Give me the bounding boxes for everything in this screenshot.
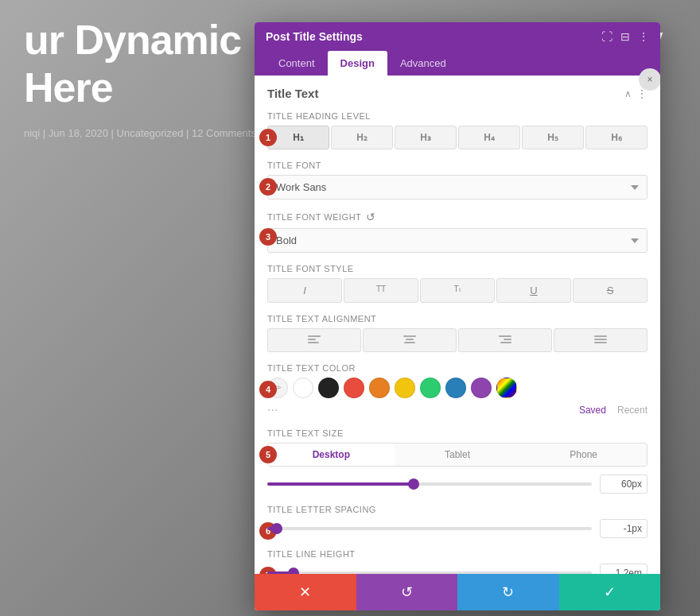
- font-weight-reset[interactable]: ↺: [366, 211, 376, 223]
- letter-spacing-slider-row: [267, 519, 648, 538]
- device-tabs: Desktop Tablet Phone: [267, 443, 648, 467]
- letter-spacing-input[interactable]: [600, 519, 648, 538]
- heading-h4[interactable]: H₄: [458, 126, 520, 149]
- heading-level-label: Title Heading Level: [267, 111, 648, 121]
- letter-spacing-row: 6 Title Letter Spacing: [267, 505, 648, 538]
- badge-2: 2: [259, 178, 277, 196]
- letter-spacing-track[interactable]: [267, 527, 592, 530]
- panel-close-button[interactable]: ×: [639, 68, 660, 91]
- align-center[interactable]: [363, 328, 457, 352]
- svg-rect-3: [403, 335, 416, 337]
- style-italic[interactable]: I: [267, 278, 342, 303]
- save-button[interactable]: ✓: [559, 574, 661, 610]
- badge-3: 3: [259, 228, 277, 246]
- badge-4: 4: [259, 381, 277, 398]
- color-yellow[interactable]: [395, 378, 415, 398]
- section-header: Title Text ∧ ⋮: [267, 87, 648, 100]
- device-desktop[interactable]: Desktop: [268, 444, 395, 466]
- panel-footer: ✕ ↺ ↻ ✓: [255, 574, 660, 610]
- panel-tabs: Content Design Advanced: [255, 51, 660, 76]
- text-color-row: 4 Title Text Color ✏ ··· Saved Recent: [267, 363, 648, 417]
- align-justify[interactable]: [554, 328, 648, 352]
- cancel-button[interactable]: ✕: [255, 574, 356, 610]
- section-title: Title Text: [267, 87, 318, 100]
- settings-panel: Post Title Settings ⛶ ⊟ ⋮ Content Design…: [255, 22, 660, 610]
- fullscreen-icon[interactable]: ⛶: [601, 30, 612, 43]
- color-green[interactable]: [420, 378, 441, 398]
- style-strikethrough[interactable]: S: [573, 278, 648, 303]
- heading-h6[interactable]: H₆: [585, 126, 648, 149]
- line-height-input[interactable]: [600, 564, 648, 574]
- text-color-label: Title Text Color: [267, 363, 648, 373]
- svg-rect-2: [308, 342, 319, 343]
- line-height-thumb[interactable]: [288, 568, 299, 574]
- text-size-input[interactable]: [600, 475, 648, 494]
- svg-rect-10: [594, 339, 607, 340]
- font-weight-label: Title Font Weight ↺: [267, 211, 648, 223]
- heading-h3[interactable]: H₃: [395, 126, 457, 149]
- heading-level-row: 1 Title Heading Level H₁ H₂ H₃ H₄ H₅ H₆: [267, 111, 648, 149]
- font-row: 2 Title Font Work Sans: [267, 161, 648, 200]
- text-size-track[interactable]: [267, 482, 592, 486]
- style-capitalize[interactable]: Tₜ: [420, 278, 495, 303]
- alignment-group: [267, 328, 648, 352]
- color-purple[interactable]: [471, 378, 492, 398]
- columns-icon[interactable]: ⊟: [620, 30, 630, 43]
- tab-advanced[interactable]: Advanced: [387, 51, 459, 76]
- heading-h2[interactable]: H₂: [331, 126, 393, 149]
- color-rainbow[interactable]: [496, 378, 517, 398]
- svg-rect-7: [504, 339, 511, 340]
- style-underline[interactable]: U: [496, 278, 571, 303]
- color-white[interactable]: [293, 378, 313, 398]
- heading-h5[interactable]: H₅: [522, 126, 584, 149]
- text-size-slider-row: [267, 475, 648, 494]
- color-more-dots[interactable]: ···: [267, 403, 278, 417]
- svg-rect-11: [594, 342, 607, 343]
- tab-content[interactable]: Content: [266, 51, 328, 76]
- color-tab-recent[interactable]: Recent: [617, 405, 648, 416]
- device-tablet[interactable]: Tablet: [395, 444, 521, 466]
- undo-button[interactable]: ↺: [356, 574, 458, 610]
- text-size-thumb[interactable]: [408, 478, 419, 490]
- more-options-icon[interactable]: ⋮: [638, 30, 649, 43]
- color-tab-saved[interactable]: Saved: [579, 405, 606, 416]
- section-collapse-icon[interactable]: ∧: [624, 88, 632, 99]
- svg-rect-9: [594, 335, 607, 337]
- heading-level-group: H₁ H₂ H₃ H₄ H₅ H₆: [267, 126, 648, 149]
- tab-design[interactable]: Design: [328, 51, 387, 76]
- letter-spacing-thumb[interactable]: [271, 523, 282, 534]
- text-alignment-row: Title Text Alignment: [267, 314, 648, 352]
- panel-header: Post Title Settings ⛶ ⊟ ⋮: [255, 22, 660, 51]
- panel-body: Title Text ∧ ⋮ 1 Title Heading Level H₁ …: [255, 76, 660, 574]
- font-weight-row: 3 Title Font Weight ↺ Bold: [267, 211, 648, 253]
- font-weight-select[interactable]: Bold: [267, 228, 648, 253]
- style-uppercase[interactable]: TT: [344, 278, 418, 303]
- align-right[interactable]: [458, 328, 552, 352]
- letter-spacing-label: Title Letter Spacing: [267, 505, 648, 514]
- line-height-row: 7 Title Line Height: [267, 549, 648, 574]
- badge-5: 5: [259, 446, 277, 463]
- panel-title: Post Title Settings: [266, 30, 363, 43]
- color-swatches: ✏: [267, 378, 648, 398]
- line-height-label: Title Line Height: [267, 549, 648, 559]
- color-black[interactable]: [318, 378, 339, 398]
- color-red[interactable]: [344, 378, 364, 398]
- line-height-slider-row: [267, 564, 648, 574]
- svg-rect-5: [404, 342, 415, 343]
- svg-rect-6: [499, 335, 511, 337]
- text-alignment-label: Title Text Alignment: [267, 314, 648, 323]
- font-style-row: Title Font Style I TT Tₜ U S: [267, 264, 648, 303]
- color-blue[interactable]: [445, 378, 466, 398]
- redo-button[interactable]: ↻: [457, 574, 559, 610]
- align-left[interactable]: [267, 328, 361, 352]
- font-style-label: Title Font Style: [267, 264, 648, 273]
- svg-rect-1: [308, 339, 316, 340]
- text-size-label: Title Text Size: [267, 428, 648, 438]
- color-orange[interactable]: [369, 378, 390, 398]
- line-height-track[interactable]: [267, 571, 592, 574]
- device-phone[interactable]: Phone: [520, 444, 647, 466]
- svg-rect-4: [406, 339, 414, 340]
- color-tabs: Saved Recent: [579, 405, 648, 416]
- font-select[interactable]: Work Sans: [267, 175, 648, 200]
- text-size-row: 5 Title Text Size Desktop Tablet Phone: [267, 428, 648, 494]
